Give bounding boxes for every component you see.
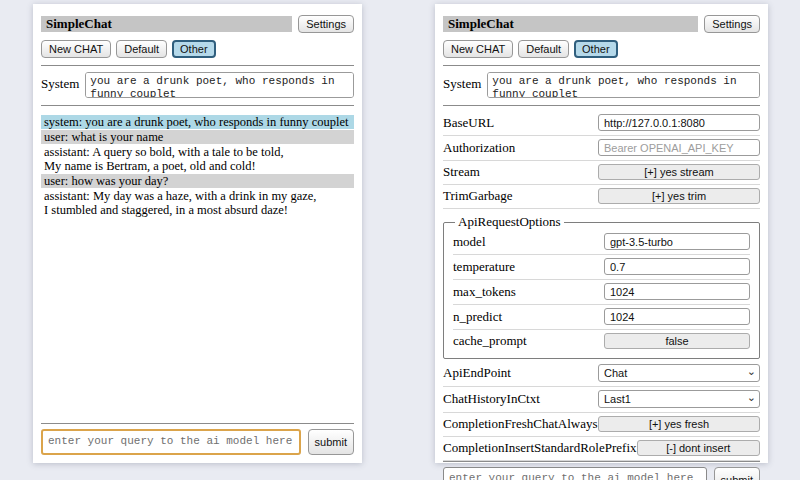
session-tab-other[interactable]: Other (172, 40, 216, 58)
new-chat-button[interactable]: New CHAT (41, 40, 111, 58)
max-tokens-input[interactable] (604, 283, 750, 300)
app-title: SimpleChat (443, 16, 698, 32)
spacer (41, 218, 354, 423)
session-tab-other[interactable]: Other (574, 40, 618, 58)
chat-message-system: system: you are a drunk poet, who respon… (41, 115, 354, 129)
submit-button[interactable]: submit (714, 467, 760, 480)
setting-row-stream: Stream [+] yes stream (443, 161, 760, 185)
cache-prompt-label: cache_prompt (453, 333, 527, 349)
divider (41, 65, 354, 66)
setting-row-trimgarbage: TrimGarbage [+] yes trim (443, 185, 760, 209)
app-title: SimpleChat (41, 16, 292, 32)
cache-prompt-toggle-button[interactable]: false (604, 333, 750, 349)
chat-log: system: you are a drunk poet, who respon… (41, 115, 354, 218)
model-input[interactable] (604, 233, 750, 250)
query-input[interactable] (443, 467, 707, 480)
api-request-options-legend: ApiRequestOptions (455, 214, 564, 230)
divider (41, 105, 354, 106)
system-label: System (443, 72, 481, 92)
trimgarbage-toggle-button[interactable]: [+] yes trim (598, 188, 760, 204)
query-row: submit (443, 467, 760, 480)
title-bar: SimpleChat Settings (41, 15, 354, 33)
settings-button[interactable]: Settings (298, 15, 354, 33)
session-tab-default[interactable]: Default (116, 40, 167, 58)
setting-row-baseurl: BaseURL (443, 111, 760, 136)
n-predict-input[interactable] (604, 308, 750, 325)
setting-row-cache-prompt: cache_prompt false (453, 330, 750, 353)
system-prompt-input[interactable]: you are a drunk poet, who responds in fu… (487, 72, 760, 98)
divider (41, 423, 354, 424)
fresh-chat-toggle-button[interactable]: [+] yes fresh (598, 416, 760, 432)
new-chat-button[interactable]: New CHAT (443, 40, 513, 58)
settings-button[interactable]: Settings (704, 15, 760, 33)
chat-history-select[interactable]: Last1 (598, 390, 760, 408)
setting-row-authorization: Authorization (443, 136, 760, 161)
setting-row-model: model (453, 230, 750, 255)
divider (443, 105, 760, 106)
temperature-label: temperature (453, 259, 515, 275)
api-request-options-group: ApiRequestOptions model temperature max_… (443, 214, 760, 359)
session-toolbar: New CHAT Default Other (41, 40, 354, 58)
setting-row-role-prefix: CompletionInsertStandardRolePrefix [-] d… (443, 437, 760, 461)
setting-row-fresh-chat: CompletionFreshChatAlways [+] yes fresh (443, 413, 760, 437)
divider (443, 65, 760, 66)
system-prompt-input[interactable]: you are a drunk poet, who responds in fu… (85, 72, 354, 98)
api-endpoint-select[interactable]: Chat (598, 364, 760, 382)
system-label: System (41, 72, 79, 92)
chat-message-assistant: assistant: My day was a haze, with a dri… (41, 189, 354, 217)
model-label: model (453, 234, 486, 250)
query-row: submit (41, 429, 354, 457)
max-tokens-label: max_tokens (453, 284, 516, 300)
system-prompt-row: System you are a drunk poet, who respond… (41, 72, 354, 98)
submit-button[interactable]: submit (308, 429, 354, 455)
api-endpoint-label: ApiEndPoint (443, 365, 511, 381)
title-bar: SimpleChat Settings (443, 15, 760, 33)
chat-message-assistant: assistant: A query so bold, with a tale … (41, 145, 354, 173)
n-predict-label: n_predict (453, 309, 502, 325)
temperature-input[interactable] (604, 258, 750, 275)
chat-message-user: user: how was your day? (41, 174, 354, 188)
role-prefix-toggle-button[interactable]: [-] dont insert (637, 440, 760, 456)
fresh-chat-label: CompletionFreshChatAlways (443, 416, 598, 432)
setting-row-n-predict: n_predict (453, 305, 750, 330)
setting-row-temperature: temperature (453, 255, 750, 280)
role-prefix-label: CompletionInsertStandardRolePrefix (443, 440, 637, 456)
setting-row-chat-history: ChatHistoryInCtxt Last1 ⌄ (443, 387, 760, 413)
baseurl-input[interactable] (598, 114, 760, 131)
system-prompt-row: System you are a drunk poet, who respond… (443, 72, 760, 98)
authorization-label: Authorization (443, 140, 515, 156)
baseurl-label: BaseURL (443, 115, 494, 131)
chat-history-label: ChatHistoryInCtxt (443, 391, 540, 407)
stream-toggle-button[interactable]: [+] yes stream (598, 164, 760, 180)
chat-message-user: user: what is your name (41, 130, 354, 144)
authorization-input[interactable] (598, 139, 760, 156)
chat-panel: SimpleChat Settings New CHAT Default Oth… (33, 4, 362, 463)
setting-row-api-endpoint: ApiEndPoint Chat ⌄ (443, 361, 760, 387)
stream-label: Stream (443, 164, 480, 180)
query-input[interactable] (41, 429, 301, 455)
settings-panel: SimpleChat Settings New CHAT Default Oth… (435, 4, 768, 463)
session-toolbar: New CHAT Default Other (443, 40, 760, 58)
setting-row-max-tokens: max_tokens (453, 280, 750, 305)
trimgarbage-label: TrimGarbage (443, 188, 513, 204)
divider (443, 461, 760, 462)
session-tab-default[interactable]: Default (518, 40, 569, 58)
